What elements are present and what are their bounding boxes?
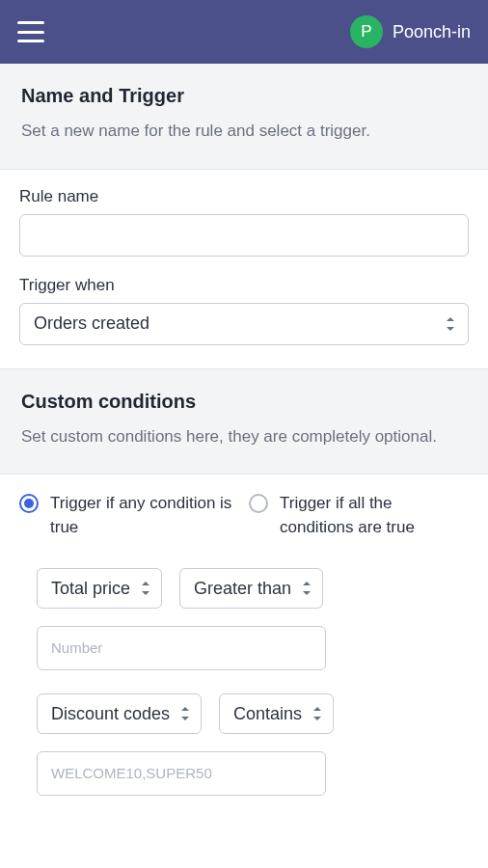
condition-value-input[interactable] [37,626,326,670]
chevron-sort-icon [140,582,151,595]
app-header: P Poonch-in [0,0,488,64]
chevron-sort-icon [301,582,312,595]
chevron-sort-icon [445,317,456,331]
radio-label: Trigger if any condition is true [50,492,239,539]
condition-row: Discount codes Contains [19,693,469,796]
trigger-when-field: Trigger when Orders created [19,276,469,345]
select-value: Greater than [194,579,291,599]
chevron-sort-icon [312,707,323,720]
select-value: Discount codes [51,704,170,724]
trigger-when-select[interactable]: Orders created [19,303,469,345]
trigger-when-selected: Orders created [34,313,149,334]
chevron-sort-icon [179,707,191,720]
user-menu[interactable]: P Poonch-in [350,15,471,48]
select-value: Contains [233,704,302,724]
avatar: P [350,15,383,48]
condition-value-input[interactable] [37,751,326,796]
section-name-and-trigger-body: Rule name Trigger when Orders created [0,170,488,369]
radio-label: Trigger if all the conditions are true [280,492,469,539]
section-custom-conditions-head: Custom conditions Set custom conditions … [0,369,488,475]
radio-any-condition[interactable]: Trigger if any condition is true [19,492,239,539]
condition-operator-select[interactable]: Greater than [179,568,323,609]
trigger-when-label: Trigger when [19,276,469,295]
radio-icon [249,494,268,513]
rule-name-input[interactable] [19,214,469,257]
condition-field-select[interactable]: Total price [37,568,162,609]
rule-name-field: Rule name [19,187,469,257]
select-value: Total price [51,579,130,599]
section-subtitle: Set a new name for the rule and select a… [21,119,467,144]
username-label: Poonch-in [393,22,471,42]
condition-row: Total price Greater than [19,568,469,670]
section-title: Name and Trigger [21,85,467,107]
section-custom-conditions-body: Trigger if any condition is true Trigger… [0,475,488,842]
radio-icon [19,494,39,513]
menu-icon[interactable] [17,21,44,42]
section-subtitle: Set custom conditions here, they are com… [21,424,467,449]
condition-mode-radios: Trigger if any condition is true Trigger… [19,492,469,539]
section-title: Custom conditions [21,391,467,413]
condition-field-select[interactable]: Discount codes [37,693,202,734]
condition-operator-select[interactable]: Contains [219,693,334,734]
radio-all-conditions[interactable]: Trigger if all the conditions are true [249,492,469,539]
rule-name-label: Rule name [19,187,469,206]
section-name-and-trigger-head: Name and Trigger Set a new name for the … [0,64,488,170]
